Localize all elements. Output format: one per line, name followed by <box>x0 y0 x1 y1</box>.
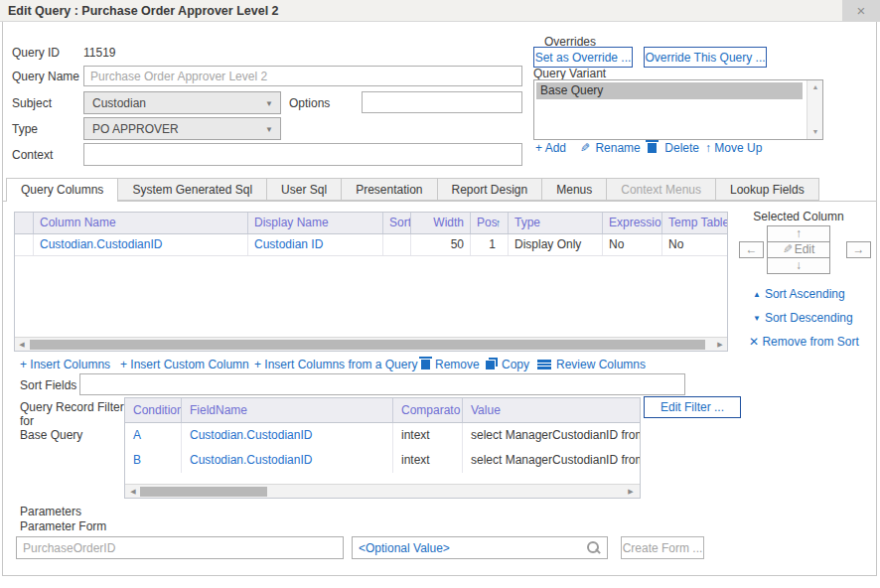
condition-header[interactable]: Condition <box>125 398 182 422</box>
subject-select[interactable]: Custodian ▼ <box>83 91 281 114</box>
scroll-down-icon[interactable]: ▼ <box>807 126 823 138</box>
move-column-right-button[interactable]: → <box>846 241 871 258</box>
set-as-override-button[interactable]: Set as Override ... <box>533 47 633 68</box>
edit-filter-button[interactable]: Edit Filter ... <box>644 396 741 418</box>
fieldname-cell[interactable]: Custodian.CustodianID <box>182 423 393 448</box>
parameter-name-input[interactable] <box>16 536 344 559</box>
column-name-cell[interactable]: Custodian.CustodianID <box>34 234 248 255</box>
variant-rename-button[interactable]: ✎ Rename <box>580 141 641 157</box>
type-header[interactable]: Type <box>509 213 603 233</box>
tab-system-generated-sql[interactable]: System Generated Sql <box>118 178 267 201</box>
remove-from-sort-link[interactable]: ✕ Remove from Sort <box>749 335 859 349</box>
insert-columns-label: Insert Columns <box>30 358 110 371</box>
value-cell[interactable]: select ManagerCustodianID from Cus <box>463 423 640 448</box>
temp-table-cell[interactable]: No <box>662 234 727 255</box>
edit-column-button[interactable]: ✎Edit <box>767 241 830 258</box>
scroll-left-icon[interactable]: ◀ <box>16 338 28 352</box>
table-row[interactable]: B Custodian.CustodianID intext select Ma… <box>125 448 640 473</box>
query-variant-label: Query Variant <box>533 67 606 80</box>
scroll-up-icon[interactable]: ▲ <box>807 81 823 93</box>
scrollbar-thumb[interactable] <box>140 487 267 497</box>
scroll-left-icon[interactable]: ◀ <box>127 485 139 499</box>
sort-header[interactable]: Sort <box>383 213 411 233</box>
tab-lookup-fields[interactable]: Lookup Fields <box>716 178 819 201</box>
sort-descending-link[interactable]: ▼Sort Descending <box>753 311 853 325</box>
display-name-cell[interactable]: Custodian ID <box>248 234 383 255</box>
width-header[interactable]: Width <box>411 213 471 233</box>
move-column-down-button[interactable]: ↓ <box>767 257 830 274</box>
optional-value-field[interactable] <box>352 536 608 559</box>
move-column-up-button[interactable]: ↑ <box>767 225 830 242</box>
type-value: PO APPROVER <box>92 122 179 136</box>
expression-header[interactable]: Expression <box>603 213 662 233</box>
variant-scrollbar[interactable]: ▲ ▼ <box>807 80 822 139</box>
insert-columns-button[interactable]: + Insert Columns <box>20 358 110 372</box>
condition-cell[interactable]: B <box>125 448 182 473</box>
variant-move-up-button[interactable]: ↑ Move Up <box>705 141 762 157</box>
comparator-cell[interactable]: intext <box>393 423 463 448</box>
sort-cell[interactable] <box>383 234 411 255</box>
edit-column-label: Edit <box>795 242 815 256</box>
insert-from-query-label: Insert Columns from a Query <box>264 358 417 371</box>
table-row[interactable]: Custodian.CustodianID Custodian ID 50 1 … <box>15 234 727 256</box>
display-name-header[interactable]: Display Name <box>248 213 383 233</box>
column-name-header[interactable]: Column Name <box>34 213 248 233</box>
value-header[interactable]: Value <box>463 398 640 422</box>
tab-menus[interactable]: Menus <box>542 178 607 201</box>
sort-fields-input[interactable] <box>79 373 685 395</box>
scrollbar-thumb[interactable] <box>30 340 705 350</box>
parameters-label: Parameters <box>20 505 81 518</box>
remove-column-button[interactable]: Remove <box>421 358 480 372</box>
options-input[interactable] <box>362 91 522 113</box>
tab-report-design[interactable]: Report Design <box>438 178 543 201</box>
query-variant-listbox[interactable]: Base Query ▲ ▼ <box>533 79 823 140</box>
search-icon[interactable] <box>586 540 600 554</box>
dialog-title: Edit Query : Purchase Order Approver Lev… <box>8 4 279 18</box>
tab-context-menus: Context Menus <box>607 178 716 201</box>
sort-ascending-link[interactable]: ▲Sort Ascending <box>753 287 845 301</box>
pencil-icon: ✎ <box>783 242 793 257</box>
review-columns-button[interactable]: Review Columns <box>537 358 646 372</box>
value-cell[interactable]: select ManagerCustodianID from Cus <box>463 448 640 473</box>
scroll-right-icon[interactable]: ▶ <box>625 485 637 499</box>
comparator-header[interactable]: Comparato <box>393 398 463 422</box>
context-input[interactable] <box>83 143 522 166</box>
expression-cell[interactable]: No <box>603 234 662 255</box>
filter-table-empty-area <box>125 473 640 484</box>
record-filter-label-line1: Query Record Filter <box>20 400 124 414</box>
condition-cell[interactable]: A <box>125 423 182 448</box>
pos-header[interactable]: Pos↑ <box>471 213 509 233</box>
triangle-down-icon: ▼ <box>753 314 761 323</box>
optional-value-input[interactable] <box>352 536 608 559</box>
close-icon[interactable]: × <box>842 0 880 22</box>
filter-table-hscrollbar[interactable]: ◀ ▶ <box>125 484 640 498</box>
record-filter-label: Query Record Filter for Base Query <box>20 400 124 442</box>
copy-column-button[interactable]: Copy <box>485 358 529 372</box>
insert-custom-column-button[interactable]: + Insert Custom Column <box>120 358 249 372</box>
variant-delete-button[interactable]: Delete <box>648 141 699 157</box>
scroll-right-icon[interactable]: ▶ <box>714 338 726 352</box>
override-this-query-button[interactable]: Override This Query ... <box>644 47 767 68</box>
temp-table-header[interactable]: Temp Table <box>662 213 727 233</box>
fieldname-header[interactable]: FieldName <box>182 398 393 422</box>
row-selector-cell[interactable] <box>15 234 34 255</box>
pos-cell[interactable]: 1 <box>471 234 509 255</box>
table-row[interactable]: A Custodian.CustodianID intext select Ma… <box>125 423 640 448</box>
fieldname-cell[interactable]: Custodian.CustodianID <box>182 448 393 473</box>
tab-query-columns[interactable]: Query Columns <box>6 178 118 202</box>
width-cell[interactable]: 50 <box>411 234 471 255</box>
variant-add-button[interactable]: + Add <box>535 141 566 157</box>
subject-label: Subject <box>12 96 52 110</box>
create-form-button[interactable]: Create Form ... <box>621 536 704 559</box>
tab-presentation[interactable]: Presentation <box>342 178 437 201</box>
list-item[interactable]: Base Query <box>536 82 803 99</box>
query-name-input[interactable] <box>83 66 522 86</box>
tab-user-sql[interactable]: User Sql <box>267 178 342 201</box>
comparator-cell[interactable]: intext <box>393 448 463 473</box>
left-arrow-icon: ← <box>746 242 758 256</box>
columns-table-hscrollbar[interactable]: ◀ ▶ <box>15 337 727 351</box>
type-cell[interactable]: Display Only <box>509 234 603 255</box>
move-column-left-button[interactable]: ← <box>739 241 764 258</box>
type-select[interactable]: PO APPROVER ▼ <box>83 117 281 140</box>
insert-columns-from-query-button[interactable]: + Insert Columns from a Query <box>254 358 417 372</box>
